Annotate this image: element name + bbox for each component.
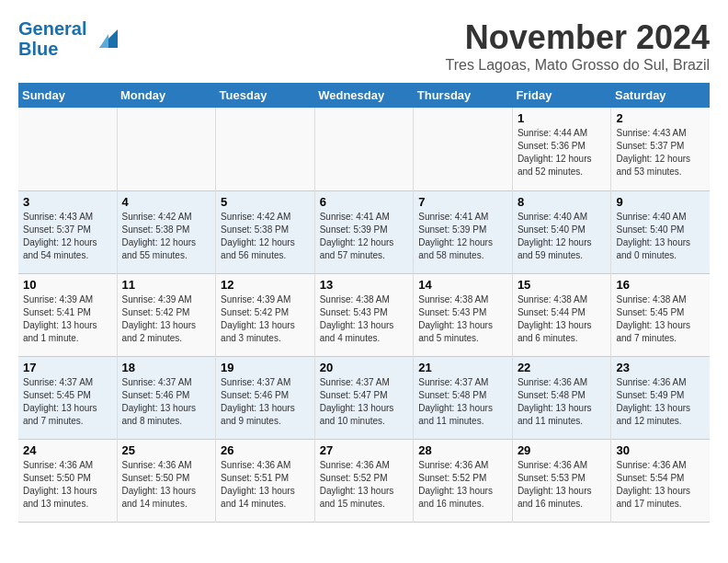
day-number: 19 (221, 361, 310, 374)
day-number: 24 (23, 443, 112, 457)
calendar-cell: 23Sunrise: 4:36 AM Sunset: 5:49 PM Dayli… (611, 356, 710, 439)
day-info: Sunrise: 4:42 AM Sunset: 5:38 PM Dayligh… (122, 211, 211, 262)
calendar-cell: 4Sunrise: 4:42 AM Sunset: 5:38 PM Daylig… (117, 190, 216, 273)
calendar-cell: 3Sunrise: 4:43 AM Sunset: 5:37 PM Daylig… (18, 190, 117, 273)
day-number: 10 (23, 278, 112, 292)
weekday-header: Sunday (18, 83, 117, 108)
weekday-header: Monday (117, 83, 216, 108)
day-info: Sunrise: 4:37 AM Sunset: 5:48 PM Dayligh… (418, 376, 507, 428)
day-number: 29 (518, 443, 607, 457)
day-number: 5 (221, 195, 310, 209)
calendar-week-row: 17Sunrise: 4:37 AM Sunset: 5:45 PM Dayli… (18, 356, 710, 439)
location-title: Tres Lagoas, Mato Grosso do Sul, Brazil (445, 57, 710, 74)
day-info: Sunrise: 4:36 AM Sunset: 5:53 PM Dayligh… (518, 459, 607, 511)
day-info: Sunrise: 4:38 AM Sunset: 5:43 PM Dayligh… (320, 293, 409, 345)
day-number: 30 (616, 443, 705, 457)
calendar-cell: 26Sunrise: 4:36 AM Sunset: 5:51 PM Dayli… (216, 439, 315, 522)
logo-icon (90, 25, 118, 52)
calendar-cell: 29Sunrise: 4:36 AM Sunset: 5:53 PM Dayli… (512, 439, 611, 522)
day-info: Sunrise: 4:43 AM Sunset: 5:37 PM Dayligh… (23, 211, 112, 262)
weekday-header: Wednesday (314, 83, 414, 108)
day-info: Sunrise: 4:36 AM Sunset: 5:50 PM Dayligh… (23, 459, 112, 511)
day-number: 9 (616, 195, 705, 209)
calendar-cell (117, 108, 216, 190)
day-info: Sunrise: 4:38 AM Sunset: 5:45 PM Dayligh… (616, 293, 705, 345)
weekday-header-row: SundayMondayTuesdayWednesdayThursdayFrid… (18, 83, 710, 108)
weekday-header: Tuesday (216, 83, 315, 108)
day-number: 28 (418, 443, 507, 457)
calendar-week-row: 3Sunrise: 4:43 AM Sunset: 5:37 PM Daylig… (18, 190, 710, 273)
day-info: Sunrise: 4:36 AM Sunset: 5:51 PM Dayligh… (221, 459, 310, 511)
calendar-cell: 8Sunrise: 4:40 AM Sunset: 5:40 PM Daylig… (512, 190, 611, 273)
day-info: Sunrise: 4:42 AM Sunset: 5:38 PM Dayligh… (221, 211, 310, 262)
logo-text: General Blue (18, 18, 86, 59)
calendar-cell (216, 108, 315, 190)
calendar-cell: 13Sunrise: 4:38 AM Sunset: 5:43 PM Dayli… (314, 273, 414, 356)
day-info: Sunrise: 4:36 AM Sunset: 5:54 PM Dayligh… (616, 459, 705, 511)
day-info: Sunrise: 4:40 AM Sunset: 5:40 PM Dayligh… (518, 211, 607, 262)
day-number: 12 (221, 278, 310, 292)
day-number: 27 (320, 443, 409, 457)
day-info: Sunrise: 4:36 AM Sunset: 5:48 PM Dayligh… (518, 376, 607, 428)
day-number: 23 (616, 361, 705, 374)
calendar-cell: 1Sunrise: 4:44 AM Sunset: 5:36 PM Daylig… (512, 108, 611, 190)
day-number: 14 (418, 278, 507, 292)
day-info: Sunrise: 4:36 AM Sunset: 5:52 PM Dayligh… (418, 459, 507, 511)
day-number: 7 (418, 195, 507, 209)
day-info: Sunrise: 4:36 AM Sunset: 5:50 PM Dayligh… (122, 459, 211, 511)
day-number: 15 (518, 278, 607, 292)
day-number: 16 (616, 278, 705, 292)
day-number: 1 (518, 111, 607, 125)
title-section: November 2024 Tres Lagoas, Mato Grosso d… (445, 18, 710, 74)
day-info: Sunrise: 4:43 AM Sunset: 5:37 PM Dayligh… (616, 127, 705, 178)
calendar-cell: 7Sunrise: 4:41 AM Sunset: 5:39 PM Daylig… (414, 190, 513, 273)
page-header: General Blue November 2024 Tres Lagoas, … (18, 18, 710, 74)
calendar-cell: 12Sunrise: 4:39 AM Sunset: 5:42 PM Dayli… (216, 273, 315, 356)
calendar-week-row: 1Sunrise: 4:44 AM Sunset: 5:36 PM Daylig… (18, 108, 710, 190)
day-info: Sunrise: 4:37 AM Sunset: 5:45 PM Dayligh… (23, 376, 112, 428)
day-number: 18 (122, 361, 211, 374)
day-number: 22 (518, 361, 607, 374)
calendar-cell: 30Sunrise: 4:36 AM Sunset: 5:54 PM Dayli… (611, 439, 710, 522)
day-info: Sunrise: 4:39 AM Sunset: 5:41 PM Dayligh… (23, 293, 112, 345)
day-number: 21 (418, 361, 507, 374)
day-info: Sunrise: 4:39 AM Sunset: 5:42 PM Dayligh… (122, 293, 211, 345)
day-number: 25 (122, 443, 211, 457)
calendar-cell (414, 108, 513, 190)
calendar-cell: 6Sunrise: 4:41 AM Sunset: 5:39 PM Daylig… (314, 190, 414, 273)
calendar-cell: 19Sunrise: 4:37 AM Sunset: 5:46 PM Dayli… (216, 356, 315, 439)
calendar-cell: 18Sunrise: 4:37 AM Sunset: 5:46 PM Dayli… (117, 356, 216, 439)
logo-line1: General (18, 18, 86, 39)
calendar-cell: 14Sunrise: 4:38 AM Sunset: 5:43 PM Dayli… (414, 273, 513, 356)
logo: General Blue (18, 18, 118, 59)
calendar-cell (314, 108, 414, 190)
calendar-cell: 25Sunrise: 4:36 AM Sunset: 5:50 PM Dayli… (117, 439, 216, 522)
day-number: 11 (122, 278, 211, 292)
day-info: Sunrise: 4:36 AM Sunset: 5:49 PM Dayligh… (616, 376, 705, 428)
day-info: Sunrise: 4:41 AM Sunset: 5:39 PM Dayligh… (320, 211, 409, 262)
day-number: 6 (320, 195, 409, 209)
day-info: Sunrise: 4:40 AM Sunset: 5:40 PM Dayligh… (616, 211, 705, 262)
calendar-cell: 28Sunrise: 4:36 AM Sunset: 5:52 PM Dayli… (414, 439, 513, 522)
logo-line2: Blue (18, 39, 58, 59)
calendar-cell: 5Sunrise: 4:42 AM Sunset: 5:38 PM Daylig… (216, 190, 315, 273)
calendar-cell: 11Sunrise: 4:39 AM Sunset: 5:42 PM Dayli… (117, 273, 216, 356)
calendar-cell: 22Sunrise: 4:36 AM Sunset: 5:48 PM Dayli… (512, 356, 611, 439)
calendar-cell: 16Sunrise: 4:38 AM Sunset: 5:45 PM Dayli… (611, 273, 710, 356)
day-info: Sunrise: 4:37 AM Sunset: 5:46 PM Dayligh… (221, 376, 310, 428)
calendar-cell: 27Sunrise: 4:36 AM Sunset: 5:52 PM Dayli… (314, 439, 414, 522)
calendar-cell: 9Sunrise: 4:40 AM Sunset: 5:40 PM Daylig… (611, 190, 710, 273)
day-number: 26 (221, 443, 310, 457)
calendar-week-row: 24Sunrise: 4:36 AM Sunset: 5:50 PM Dayli… (18, 439, 710, 522)
weekday-header: Thursday (414, 83, 513, 108)
day-number: 8 (518, 195, 607, 209)
calendar-cell: 20Sunrise: 4:37 AM Sunset: 5:47 PM Dayli… (314, 356, 414, 439)
svg-marker-1 (99, 34, 108, 48)
calendar-table: SundayMondayTuesdayWednesdayThursdayFrid… (18, 83, 710, 523)
calendar-cell: 10Sunrise: 4:39 AM Sunset: 5:41 PM Dayli… (18, 273, 117, 356)
day-info: Sunrise: 4:37 AM Sunset: 5:46 PM Dayligh… (122, 376, 211, 428)
calendar-week-row: 10Sunrise: 4:39 AM Sunset: 5:41 PM Dayli… (18, 273, 710, 356)
calendar-cell: 24Sunrise: 4:36 AM Sunset: 5:50 PM Dayli… (18, 439, 117, 522)
calendar-cell: 15Sunrise: 4:38 AM Sunset: 5:44 PM Dayli… (512, 273, 611, 356)
day-info: Sunrise: 4:38 AM Sunset: 5:43 PM Dayligh… (418, 293, 507, 345)
